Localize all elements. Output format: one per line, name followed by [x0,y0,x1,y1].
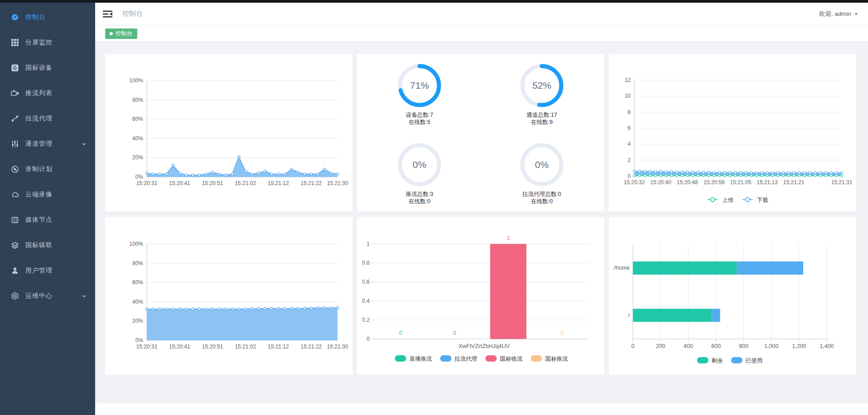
channel-mgmt-icon [11,140,19,148]
gauge-total-label: 通道总数:17 [492,112,592,119]
sidebar-menu: 控制台 分屏监控 G 国标设备 推流列表 拉流代理 通道管理 录制计划 云端录像… [0,5,95,309]
sidebar-item-split-screen[interactable]: 分屏监控 [0,30,95,55]
y-axis-tick: 0.8 [362,260,370,266]
sidebar-item-label: 用户管理 [25,267,87,275]
sidebar-item-record-plan[interactable]: 录制计划 [0,157,95,182]
user-icon [11,267,19,275]
sidebar-item-label: 云端录像 [25,191,87,199]
y-axis-tick: 60% [132,116,143,122]
sidebar-item-user-mgmt[interactable]: 用户管理 [0,258,95,283]
sidebar-item-media-node[interactable]: 媒体节点 [0,207,95,233]
x-axis-tick: 1,000 [764,343,778,349]
sidebar-item-ops-center[interactable]: 运维中心 [0,283,95,309]
gauge-total-label: 设备总数:7 [370,112,469,119]
y-category-label: /home [614,265,630,271]
y-axis-tick: 100% [129,241,143,247]
y-axis-tick: 0.2 [362,317,370,323]
sidebar-item-pull-proxy[interactable]: 拉流代理 [0,106,95,131]
x-axis-tick: 15:21:31 [831,179,853,186]
x-axis-tick: 1,400 [820,343,834,349]
legend-label: 已使用 [746,358,763,364]
gauge-online-label: 在线数:0 [492,198,592,205]
sidebar-item-push-list[interactable]: 推流列表 [0,81,95,106]
caret-down-icon [854,13,858,15]
sidebar-item-channel-mgmt[interactable]: 通道管理 [0,131,95,157]
y-axis-tick: 100% [129,77,143,84]
x-axis-tick: 15:21:12 [268,343,289,350]
y-axis-tick: 2 [627,157,631,163]
main-area: 控制台 欢迎, admin 控制台 0%20%40%60%80%100%15:2… [95,3,868,415]
sidebar-item-label: 分屏监控 [25,38,87,47]
y-axis-tick: 0 [366,336,370,342]
x-axis-tick: 800 [739,343,748,349]
ops-center-icon [11,292,19,300]
sidebar-item-label: 运维中心 [25,292,82,300]
y-axis-tick: 0.6 [362,279,370,285]
cpu-usage-panel: 0%20%40%60%80%100%15:20:3115:20:4115:20:… [105,54,352,211]
gauge: 0% 拉流代理总数:0 在线数:0 [492,142,592,205]
y-axis-tick: 40% [132,135,143,142]
y-axis-tick: 0 [627,173,631,179]
x-axis-tick: 200 [656,343,665,349]
legend-label: 拉流代理 [454,356,477,362]
y-category-label: / [628,312,630,319]
x-axis-tick: 15:21:02 [235,343,256,350]
tab-console[interactable]: 控制台 [105,29,137,39]
x-axis-tick: 15:21:22 [301,180,322,186]
gauge-total-label: 拉流代理总数:0 [492,191,592,198]
sidebar-item-gb-cascade[interactable]: 国标级联 [0,233,95,258]
collapse-menu-icon[interactable] [103,10,112,18]
welcome-text: 欢迎, admin [819,10,851,18]
dashboard-icon [11,13,19,21]
legend-label: 下载 [757,197,768,203]
x-axis-tick: 15:20:56 [704,179,725,186]
network-io-panel: 02468101215:20:3215:20:4015:20:4815:20:5… [609,54,856,211]
sidebar-item-console[interactable]: 控制台 [0,5,95,30]
gauge-percent: 0% [519,142,564,187]
y-axis-tick: 1 [366,241,370,247]
page-bottom-strip [95,403,868,415]
sidebar-item-cloud-record[interactable]: 云端录像 [0,182,95,207]
breadcrumb: 控制台 [122,10,143,18]
sidebar-item-gb-devices[interactable]: G 国标设备 [0,55,95,81]
memory-usage-panel: 0%20%40%60%80%100%15:20:3115:20:4115:20:… [105,217,352,375]
sidebar-item-label: 控制台 [25,13,87,21]
x-axis-tick: 15:20:41 [169,180,190,186]
user-menu[interactable]: 欢迎, admin [819,10,858,18]
sidebar-item-label: 拉流代理 [25,114,87,123]
bar-value-label: 1 [506,235,510,241]
x-axis-tick: 15:21:22 [301,343,322,350]
legend-label: 剩余 [711,358,723,364]
x-axis-tick: 15:20:48 [677,179,698,186]
split-screen-icon [11,38,19,47]
x-axis-tick: 0 [632,343,635,349]
y-axis-tick: 80% [132,97,143,103]
sidebar-item-label: 国标级联 [25,241,87,249]
gauge: 0% 推流总数:3 在线数:0 [370,142,469,205]
sidebar-item-label: 媒体节点 [25,216,87,224]
bar-value-label: 0 [399,330,402,336]
overview-gauges-panel: 71% 设备总数:7 在线数:5 52% 通道总数:17 在线数:9 0% 推流… [357,54,604,211]
legend-label: 上传 [722,197,734,203]
y-axis-tick: 80% [132,260,143,267]
header: 控制台 欢迎, admin [95,3,868,25]
x-axis-tick: 15:20:32 [624,179,645,186]
sidebar-item-label: 推流列表 [25,89,87,97]
x-axis-tick: 15:20:41 [169,343,190,350]
cpu-usage-chart: 0%20%40%60%80%100%15:20:3115:20:4115:20:… [105,54,352,211]
pull-proxy-icon [11,114,19,123]
cloud-record-icon [11,191,19,199]
gauge-total-label: 推流总数:3 [370,191,469,198]
tab-console-label: 控制台 [116,30,133,38]
gauges-grid: 71% 设备总数:7 在线数:5 52% 通道总数:17 在线数:9 0% 推流… [357,54,604,211]
stream-stats-panel: 00.20.40.60.810010XwFtVZrtZbHJq4UV直播推流拉流… [357,217,604,375]
gauge-online-label: 在线数:9 [492,119,592,126]
y-axis-tick: 6 [627,125,631,131]
y-axis-tick: 0% [135,174,144,180]
chevron-down-icon [82,293,87,299]
sidebar-item-label: 录制计划 [25,165,87,173]
gauge-percent: 71% [397,63,442,108]
disk-usage-chart: 02004006008001,0001,2001,400/home/剩余已使用 [609,217,856,375]
y-axis-tick: 10 [625,93,631,99]
bar-value-label: 0 [453,330,456,336]
